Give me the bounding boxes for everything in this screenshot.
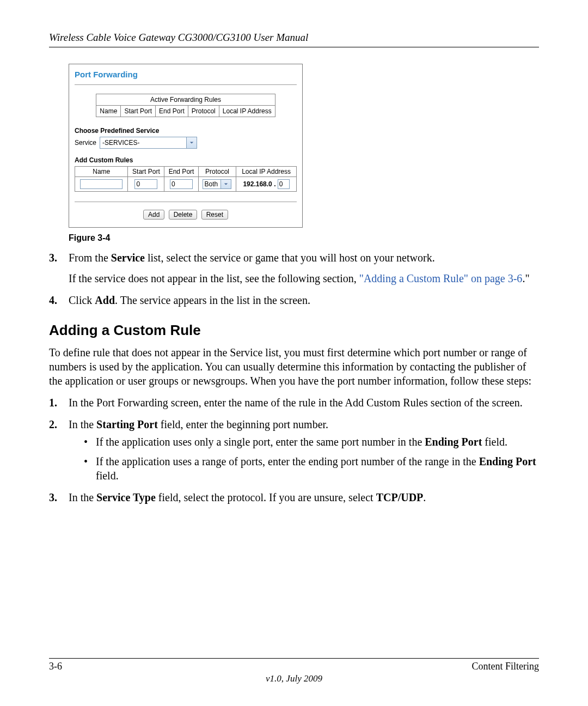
step-number: 2. <box>49 417 57 431</box>
page-number: 3-6 <box>49 661 62 672</box>
col-ip: Local IP Address <box>236 167 297 177</box>
xref-link[interactable]: "Adding a Custom Rule" on page 3-6 <box>359 272 523 284</box>
add-button[interactable]: Add <box>143 210 164 220</box>
section-intro: To define rule that does not appear in t… <box>49 345 539 388</box>
predefined-label: Choose Predefined Service <box>75 127 297 135</box>
chevron-down-icon[interactable] <box>221 179 231 189</box>
step-number: 1. <box>49 395 57 410</box>
end-port-field[interactable] <box>170 179 193 189</box>
col-name: Name <box>75 167 128 177</box>
custom-rules-label: Add Custom Rules <box>75 156 297 164</box>
col-ip: Local IP Address <box>219 106 275 117</box>
col-proto: Protocol <box>188 106 219 117</box>
start-port-field[interactable] <box>134 179 157 189</box>
list-item: 3. From the Service list, select the ser… <box>49 251 539 285</box>
service-label: Service <box>75 139 96 147</box>
page-header: Wireless Cable Voice Gateway CG3000/CG31… <box>49 32 539 47</box>
list-item: 4. Click Add. The service appears in the… <box>49 293 539 307</box>
service-select[interactable] <box>100 137 187 149</box>
step-number: 3. <box>49 251 57 265</box>
chevron-down-icon[interactable] <box>187 137 197 149</box>
port-forwarding-panel: Port Forwarding Active Forwarding Rules … <box>69 64 303 228</box>
active-rules-caption: Active Forwarding Rules <box>96 94 275 106</box>
reset-button[interactable]: Reset <box>201 210 228 220</box>
step-number: 3. <box>49 490 57 504</box>
divider <box>75 84 297 85</box>
list-item: 1. In the Port Forwarding screen, enter … <box>49 395 539 410</box>
section-heading: Adding a Custom Rule <box>49 321 539 340</box>
figure-caption: Figure 3-4 <box>69 233 539 243</box>
version-text: v1.0, July 2009 <box>49 673 539 684</box>
page-footer: 3-6 Content Filtering v1.0, July 2009 <box>49 658 539 684</box>
col-proto: Protocol <box>198 167 236 177</box>
col-name: Name <box>96 106 121 117</box>
active-rules-table: Active Forwarding Rules Name Start Port … <box>96 94 275 117</box>
list-item: If the application uses only a single po… <box>84 435 539 449</box>
ip-last-octet-field[interactable] <box>278 179 290 189</box>
panel-title: Port Forwarding <box>75 70 297 82</box>
col-start: Start Port <box>128 167 164 177</box>
name-field[interactable] <box>80 179 122 189</box>
list-item: 3. In the Service Type field, select the… <box>49 490 539 504</box>
custom-rules-table: Name Start Port End Port Protocol Local … <box>75 166 297 192</box>
ip-prefix: 192.168.0 . <box>243 180 275 188</box>
col-start: Start Port <box>121 106 156 117</box>
list-item: 2. In the Starting Port field, enter the… <box>49 417 539 483</box>
protocol-select[interactable] <box>203 179 221 189</box>
step-number: 4. <box>49 293 57 307</box>
header-title: Wireless Cable Voice Gateway CG3000/CG31… <box>49 32 308 43</box>
chapter-name: Content Filtering <box>472 661 540 672</box>
delete-button[interactable]: Delete <box>169 210 198 220</box>
col-end: End Port <box>156 106 188 117</box>
col-end: End Port <box>164 167 198 177</box>
list-item: If the application uses a range of ports… <box>84 454 539 483</box>
table-row: 192.168.0 . <box>75 177 297 192</box>
